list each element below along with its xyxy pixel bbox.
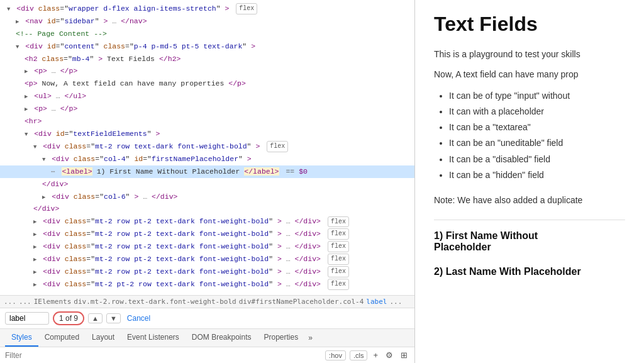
breadcrumb-ielements-label[interactable]: IElements — [34, 298, 72, 306]
list-item: It can be a "textarea" — [449, 120, 625, 135]
toggle-icon[interactable] — [42, 193, 47, 201]
dom-line: <nav id="sidebar" > … </nav> — [0, 15, 414, 28]
divider — [434, 220, 625, 220]
dom-line: <div class="mt-2 row pt-2 text-dark font… — [0, 228, 414, 240]
search-prev-button[interactable]: ▲ — [88, 313, 103, 323]
breadcrumb-div-mt2[interactable]: div.mt-2.row.text-dark.font-weight-bold — [74, 298, 236, 306]
flex-badge: flex — [328, 254, 349, 265]
flex-badge: flex — [328, 279, 349, 290]
search-cancel-button[interactable]: Cancel — [125, 313, 153, 324]
toggle-icon[interactable] — [25, 92, 30, 100]
dom-line: <div class="mt-2 pt-2 row text-dark font… — [0, 278, 414, 291]
dom-line: <p> … </p> — [0, 65, 414, 77]
toggle-icon[interactable] — [33, 230, 38, 238]
filter-add-button[interactable]: + — [371, 350, 380, 360]
toggle-icon[interactable] — [16, 42, 21, 50]
flex-badge: flex — [236, 3, 257, 14]
subtitle-text: Now, A text field can have many prop — [434, 67, 625, 81]
dom-line: </div> — [0, 203, 414, 215]
filter-settings-button[interactable]: ⚙ — [384, 350, 395, 360]
dom-line: <h2 class="mb-4" > Text Fields </h2> — [0, 53, 414, 65]
flex-badge: flex — [328, 216, 349, 228]
tab-styles[interactable]: Styles — [5, 329, 38, 347]
breadcrumb-ellipsis[interactable]: ... — [4, 298, 16, 306]
toggle-icon[interactable] — [33, 255, 38, 263]
section1-title: 1) First Name Without Placeholder — [434, 230, 625, 253]
dom-line: <div class="mt-2 row pt-2 text-dark font… — [0, 215, 414, 228]
toggle-icon[interactable] — [33, 267, 38, 276]
page-title: Text Fields — [434, 13, 625, 36]
breadcrumb-trailing-dots[interactable]: ... — [389, 298, 402, 306]
list-item: It can be of type "input" without — [449, 88, 625, 104]
dom-line: <div id="content" class="p-4 p-md-5 pt-5… — [0, 40, 414, 53]
toggle-icon[interactable] — [25, 104, 30, 113]
filter-hov-button[interactable]: :hov — [325, 350, 346, 360]
tab-overflow-button[interactable]: » — [304, 330, 316, 346]
dom-line: <div class="mt-2 row pt-2 text-dark font… — [0, 240, 414, 253]
devtools-panel: <div class="wrapper d-flex align-items-s… — [0, 0, 415, 363]
dom-line: <!-- Page Content --> — [0, 28, 414, 40]
breadcrumb-div-firstname[interactable]: div#firstNamePlaceholder.col-4 — [239, 298, 364, 306]
note-text: Note: We have also added a duplicate — [434, 193, 625, 207]
toggle-icon[interactable] — [16, 17, 21, 25]
breadcrumb-label[interactable]: label — [366, 298, 387, 306]
breadcrumb-bar: ... ... IElements div.mt-2.row.text-dark… — [0, 295, 414, 308]
tab-properties[interactable]: Properties — [258, 329, 305, 347]
dom-line: <div class="mt-2 row text-dark font-weig… — [0, 140, 414, 153]
toggle-icon[interactable] — [7, 4, 12, 13]
toggle-icon[interactable] — [25, 67, 30, 75]
toggle-icon[interactable] — [33, 217, 38, 225]
filter-input[interactable] — [5, 351, 321, 360]
flex-badge: flex — [267, 141, 288, 152]
dom-line: <div class="wrapper d-flex align-items-s… — [0, 3, 414, 15]
dom-line: <div class="col-4" id="firstNamePlacehol… — [0, 153, 414, 165]
tab-layout[interactable]: Layout — [86, 329, 121, 347]
search-count: 1 of 9 — [53, 311, 84, 325]
search-bar: 1 of 9 ▲ ▼ Cancel — [0, 308, 414, 328]
filter-extra-button[interactable]: ⊞ — [399, 350, 409, 360]
toggle-icon[interactable] — [33, 242, 38, 250]
toggle-icon[interactable] — [33, 142, 38, 150]
dom-line-selected[interactable]: ⋯ <label> 1) First Name Without Placehol… — [0, 165, 414, 178]
flex-badge: flex — [328, 241, 349, 252]
search-next-button[interactable]: ▼ — [106, 313, 121, 323]
dom-line: <hr> — [0, 115, 414, 128]
filter-bar: :hov .cls + ⚙ ⊞ — [0, 347, 414, 363]
toggle-icon[interactable] — [33, 280, 38, 288]
flex-badge: flex — [328, 228, 349, 240]
dom-line: <div class="mt-2 row pt-2 text-dark font… — [0, 253, 414, 265]
dom-line: <p> Now, A text field can have many prop… — [0, 77, 414, 90]
tab-event-listeners[interactable]: Event Listeners — [121, 329, 186, 347]
section2-title: 2) Last Name With Placeholder — [434, 266, 625, 277]
dom-line: <p> … </p> — [0, 103, 414, 115]
filter-cls-button[interactable]: .cls — [350, 350, 368, 360]
flex-badge: flex — [328, 266, 349, 277]
dom-line: <div class="col-6" > … </div> — [0, 191, 414, 203]
list-item: It can be a "hidden" field — [449, 167, 625, 183]
dom-line: </div> — [0, 178, 414, 191]
dom-line: <ul> … </ul> — [0, 90, 414, 103]
toggle-icon[interactable] — [25, 130, 30, 138]
list-item: It can be a "disabled" field — [449, 152, 625, 167]
tab-dom-breakpoints[interactable]: DOM Breakpoints — [186, 329, 258, 347]
list-item: It can be an "uneditable" field — [449, 135, 625, 151]
breadcrumb-ielements[interactable]: ... — [19, 298, 31, 306]
dom-line: <div class="mt-2 row pt-2 text-dark font… — [0, 265, 414, 278]
content-panel: Text Fields This is a playground to test… — [415, 0, 644, 363]
search-input[interactable] — [5, 312, 49, 325]
toggle-icon[interactable] — [42, 155, 47, 163]
dom-line: <div id="textFieldElements" > — [0, 128, 414, 140]
intro-text: This is a playground to test your skills — [434, 47, 625, 61]
features-list: It can be of type "input" without It can… — [434, 88, 625, 183]
list-item: It can with a placeholder — [449, 104, 625, 120]
tabs-bar: Styles Computed Layout Event Listeners D… — [0, 328, 414, 347]
tab-computed[interactable]: Computed — [38, 329, 86, 347]
dom-tree[interactable]: <div class="wrapper d-flex align-items-s… — [0, 0, 414, 295]
